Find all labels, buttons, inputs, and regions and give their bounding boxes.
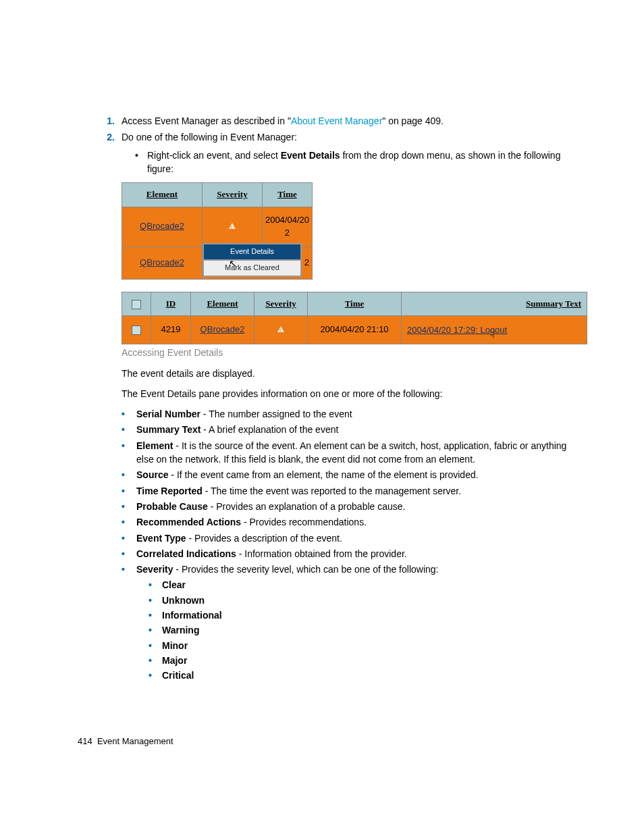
bullet-dot: •	[149, 594, 162, 607]
term: Element	[136, 440, 173, 451]
list-item: •Event Type - Provides a description of …	[122, 531, 580, 545]
cursor-icon: ↖	[229, 257, 237, 270]
desc: - A brief explanation of the event	[200, 424, 338, 435]
warning-icon	[229, 223, 236, 229]
text: Access Event Manager as described in "	[122, 115, 291, 126]
list-item: •Time Reported - The time the event was …	[122, 484, 580, 498]
about-event-manager-link[interactable]: About Event Manager	[291, 115, 382, 126]
bullet-dot: •	[122, 500, 136, 513]
col-element[interactable]: Element	[191, 292, 254, 316]
warning-icon	[277, 326, 284, 332]
text: Right-click an event, and select	[147, 150, 281, 161]
col-severity[interactable]: Severity	[202, 183, 262, 207]
list-item: •Informational	[149, 608, 580, 622]
term: Warning	[162, 625, 199, 635]
page-footer: 414 Event Management	[78, 736, 173, 746]
step-text: Access Event Manager as described in "Ab…	[122, 114, 580, 128]
hand-cursor-icon: ☟	[489, 330, 495, 340]
list-item: •Minor	[149, 639, 580, 652]
menu-item-mark-cleared[interactable]: Mark as Cleared↖	[203, 260, 301, 276]
bullet-dot: •	[122, 547, 136, 561]
term: Serial Number	[136, 409, 200, 419]
bullet-dot: •	[122, 515, 136, 529]
context-menu[interactable]: Event Details Mark as Cleared↖	[203, 243, 302, 277]
figure-context-menu: Element Severity Time QBrocade2 2004/04/…	[122, 182, 580, 279]
desc: - The number assigned to the event	[200, 409, 352, 419]
severity-levels: •Clear •Unknown •Informational •Warning …	[149, 578, 580, 682]
col-time[interactable]: Time	[308, 292, 402, 316]
details-list: •Serial Number - The number assigned to …	[122, 407, 580, 682]
list-item: •Major	[149, 654, 580, 667]
step-number: 2.	[78, 130, 122, 144]
list-item: •Critical	[149, 669, 580, 682]
bullet-dot: •	[122, 468, 136, 481]
bullet-dot: •	[122, 563, 136, 576]
col-element[interactable]: Element	[122, 183, 203, 207]
cell-element[interactable]: QBrocade2	[122, 246, 203, 279]
desc: - If the event came from an element, the…	[168, 469, 478, 480]
cell-checkbox[interactable]	[122, 316, 151, 344]
bullet-dot: •	[122, 439, 136, 467]
list-item: •Unknown	[149, 594, 580, 607]
step-number: 1.	[78, 114, 122, 128]
bullet-dot: •	[122, 531, 136, 545]
term: Recommended Actions	[136, 517, 241, 527]
step-text: Do one of the following in Event Manager…	[122, 130, 580, 144]
bold-text: Event Details	[281, 150, 340, 161]
term: Critical	[162, 670, 194, 681]
cell-element[interactable]: QBrocade2	[122, 207, 203, 247]
element-link[interactable]: QBrocade2	[140, 221, 184, 231]
list-item: •Clear	[149, 578, 580, 592]
figure-caption: Accessing Event Details	[122, 346, 580, 359]
term: Major	[162, 655, 187, 666]
cell-summary[interactable]: 2004/04/20 17:29: Logout ☟	[402, 316, 587, 344]
bullet-dot: •	[135, 149, 147, 176]
desc: - Provides a description of the event.	[186, 533, 342, 544]
figure-event-row: ID Element Severity Time Summary Text 42…	[122, 292, 580, 345]
paragraph: The event details are displayed.	[122, 367, 580, 380]
bullet-dot: •	[149, 639, 162, 652]
list-item: •Probable Cause - Provides an explanatio…	[122, 500, 580, 513]
desc: - The time the event was reported to the…	[203, 486, 461, 496]
list-item: •Correlated Indications - Information ob…	[122, 547, 580, 561]
term: Clear	[162, 579, 186, 590]
bullet-dot: •	[149, 578, 162, 592]
col-id[interactable]: ID	[151, 292, 191, 316]
cell-id: 4219	[151, 316, 191, 344]
term: Time Reported	[136, 486, 203, 496]
desc: - Provides recommendations.	[241, 517, 367, 527]
menu-item-event-details[interactable]: Event Details	[203, 244, 301, 260]
col-summary[interactable]: Summary Text	[402, 292, 587, 316]
term: Probable Cause	[136, 501, 208, 512]
term: Event Type	[136, 533, 186, 544]
text: " on page 409.	[382, 115, 444, 126]
bullet-dot: •	[149, 623, 162, 637]
bullet-body: Right-click an event, and select Event D…	[147, 149, 580, 176]
term: Severity	[136, 564, 173, 575]
desc: - It is the source of the event. An elem…	[136, 440, 566, 465]
element-link[interactable]: QBrocade2	[140, 257, 184, 267]
checkbox-icon[interactable]	[132, 300, 141, 309]
cell-element[interactable]: QBrocade2	[191, 316, 254, 344]
bullet-dot: •	[122, 407, 136, 421]
cell-time: 2004/04/20 21:10	[308, 316, 402, 344]
page-number: 414	[78, 736, 92, 746]
col-time[interactable]: Time	[262, 183, 312, 207]
list-item: •Source - If the event came from an elem…	[122, 468, 580, 481]
desc: - Provides the severity level, which can…	[173, 564, 438, 575]
bullet-dot: •	[122, 484, 136, 498]
cell-severity	[254, 316, 308, 344]
footer-title: Event Management	[97, 736, 173, 746]
list-item: •Serial Number - The number assigned to …	[122, 407, 580, 421]
list-item: •Element - It is the source of the event…	[122, 439, 580, 467]
step-2: 2. Do one of the following in Event Mana…	[78, 130, 580, 144]
bullet-dot: •	[149, 608, 162, 622]
term: Informational	[162, 610, 222, 621]
col-severity[interactable]: Severity	[254, 292, 308, 316]
term: Summary Text	[136, 424, 200, 435]
col-checkbox[interactable]	[122, 292, 151, 316]
checkbox-icon[interactable]	[132, 325, 141, 335]
element-link[interactable]: QBrocade2	[200, 324, 245, 334]
cell-severity	[202, 207, 262, 247]
cell-time: 2004/04/20 2	[262, 207, 312, 247]
